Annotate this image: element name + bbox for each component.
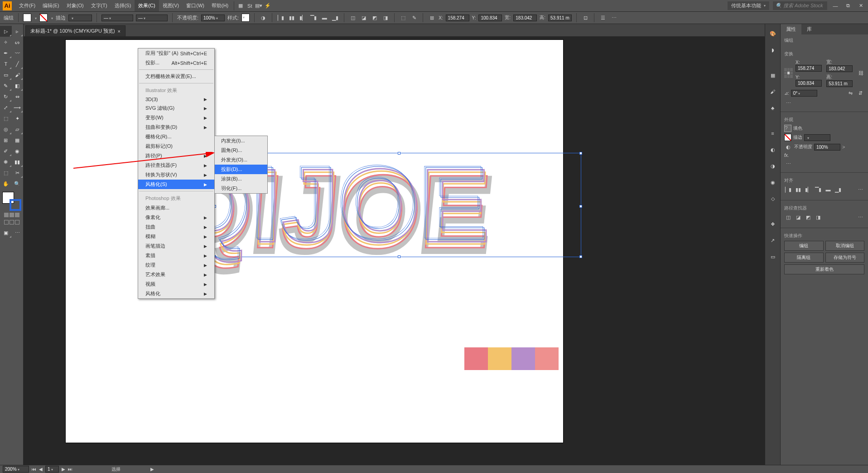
symbol-sprayer-tool[interactable]: ❋ [0,156,12,167]
shape-mode-unite-icon[interactable]: ◫ [349,14,357,22]
menu-file[interactable]: 文件(F) [15,0,39,11]
stroke-label[interactable]: 描边 [56,15,66,21]
menu-pixelate[interactable]: 像素化▶ [138,213,214,222]
menu-effect[interactable]: 效果(C) [135,0,159,11]
quick-isolate[interactable]: 隔离组 [784,253,824,263]
draw-mode-row[interactable] [0,220,23,224]
brushes-panel-icon[interactable]: 🖌 [767,86,779,98]
rectangle-tool[interactable]: ▭ [0,69,12,80]
line-tool[interactable]: ╱ [12,59,24,69]
shape-mode-minus-icon[interactable]: ◪ [360,14,368,22]
align-vcenter-icon[interactable]: ▬ [320,14,328,22]
free-transform-tool[interactable]: ⬚ [0,113,12,124]
link-wh-icon[interactable]: ⛓ [857,69,864,77]
shape-mode-exclude-icon[interactable]: ◨ [381,14,390,22]
h-input[interactable]: 53.911 m [548,15,572,21]
rotate-tool[interactable]: ↻ [0,91,12,102]
align-r-icon[interactable]: ▮▏ [804,185,812,194]
shape-builder-tool[interactable]: ◎ [0,124,12,135]
pf-unite-icon[interactable]: ◫ [784,213,792,221]
search-stock[interactable]: 🔍 搜索 Adobe Stock [773,1,827,10]
blend-tool[interactable]: ◉ [12,146,24,156]
status-play-icon[interactable]: ▶ [150,467,154,472]
flip-v-icon[interactable]: ⇵ [856,89,864,97]
graphic-styles-panel-icon[interactable]: ◇ [767,193,779,205]
align-top-icon[interactable]: ▔▮ [309,14,318,22]
stroke-panel-icon[interactable]: ≡ [767,127,779,139]
screen-mode-tool[interactable]: ▣ [0,227,12,238]
menu-apply-effect[interactable]: 应用 "投影" (A)Shift+Ctrl+E [138,49,214,58]
opacity-input[interactable]: 100% [201,15,225,21]
gpu-icon[interactable]: ⚡ [263,1,272,10]
pf-intersect-icon[interactable]: ◩ [804,213,812,221]
editcontent-icon[interactable]: ✎ [410,14,418,22]
zoom-level[interactable]: 200% [3,466,29,473]
menu-select[interactable]: 选择(S) [111,0,135,11]
eyedropper-tool[interactable]: ✐ [0,146,12,156]
menu-blur[interactable]: 模糊▶ [138,232,214,241]
menu-pathfinder[interactable]: 路径查找器(F)▶ [138,161,214,170]
menu-doc-raster-settings[interactable]: 文档栅格效果设置(E)... [138,72,214,81]
stroke-swatch[interactable] [39,14,48,22]
style-swatch[interactable] [241,14,250,22]
menu-brush-strokes[interactable]: 画笔描边▶ [138,241,214,251]
zoom-tool[interactable]: 🔍 [12,178,24,189]
menu-view[interactable]: 视图(V) [159,0,183,11]
window-restore[interactable]: ⧉ [844,3,853,9]
appearance-more-icon[interactable]: ⋯ [784,160,792,168]
prop-w[interactable]: 183.042 [826,65,853,72]
transparency-panel-icon[interactable]: ◑ [767,160,779,172]
shape-mode-intersect-icon[interactable]: ◩ [371,14,379,22]
sub-scribble[interactable]: 涂抹(B)... [215,174,267,184]
appearance-opacity[interactable]: 100% [814,144,840,151]
align-hc-icon[interactable]: ▮▮ [794,185,802,194]
align-l-icon[interactable]: ▏▮ [784,185,792,194]
nav-first-icon[interactable]: ⏮ [32,467,36,472]
appearance-fill[interactable]: 填色 [793,125,802,132]
artboard-nav[interactable]: 1 [45,466,59,473]
nav-next-icon[interactable]: ▶ [62,467,65,472]
appearance-stroke-weight[interactable] [804,134,830,141]
prefs-icon[interactable]: ☰ [599,14,607,22]
align-right-icon[interactable]: ▮▏ [299,14,307,22]
pf-more-icon[interactable]: ⋯ [856,213,864,221]
ref-point-grid[interactable] [784,68,793,78]
menu-artistic[interactable]: 艺术效果▶ [138,270,214,279]
asset-export-panel-icon[interactable]: ↗ [767,234,779,246]
align-bottom-icon[interactable]: ▁▮ [331,14,339,22]
appearance-panel-icon[interactable]: ◉ [767,176,779,188]
menu-crop-marks[interactable]: 裁剪标记(O) [138,141,214,151]
width-tool[interactable]: ⟿ [12,102,24,113]
gradient-tool[interactable]: ▦ [12,135,24,146]
direct-select-tool[interactable]: ▹ [12,26,24,37]
properties-tab[interactable]: 属性 [781,24,801,34]
artboard-tool[interactable]: ⬚ [0,167,12,178]
panel-menu-icon[interactable]: ⋯ [610,14,618,22]
canvas[interactable]: QIJOE QIJOE QIJOE QIJOE QIJOE QIJOE [24,37,765,465]
selection-tool[interactable]: ▷ [0,26,12,37]
scale-tool[interactable]: ⤢ [0,102,12,113]
color-panel-icon[interactable]: 🎨 [767,28,779,39]
quick-group[interactable]: 编组 [784,241,824,251]
document-tab[interactable]: 未标题-1* @ 100% (CMYK/GPU 预览) × [25,25,125,36]
pf-exclude-icon[interactable]: ◨ [814,213,822,221]
graph-tool[interactable]: ▮▮ [12,156,24,167]
menu-3d[interactable]: 3D(3)▶ [138,95,214,103]
pen-tool[interactable]: ✒ [0,48,12,59]
mesh-tool[interactable]: ⊞ [0,135,12,146]
quick-recolor[interactable]: 重新着色 [784,264,864,274]
symbols-panel-icon[interactable]: ♣ [767,102,779,114]
flip-h-icon[interactable]: ⇋ [846,89,854,97]
arrange-icon[interactable]: ▤▾ [254,1,263,10]
stock-icon[interactable]: St [245,1,254,10]
menu-convert-shape[interactable]: 转换为形状(V)▶ [138,170,214,180]
magic-wand-tool[interactable]: ✧ [0,37,12,48]
libraries-tab[interactable]: 库 [801,24,817,34]
menu-distort[interactable]: 扭曲▶ [138,222,214,232]
lasso-tool[interactable]: ᔕ [12,37,24,48]
variable-width-profile[interactable]: — [101,15,133,21]
align-b-icon[interactable]: ▁▮ [834,185,842,194]
fx-label[interactable]: fx. [784,153,789,158]
align-vc-icon[interactable]: ▬ [824,185,832,194]
window-minimize[interactable]: — [831,3,840,9]
